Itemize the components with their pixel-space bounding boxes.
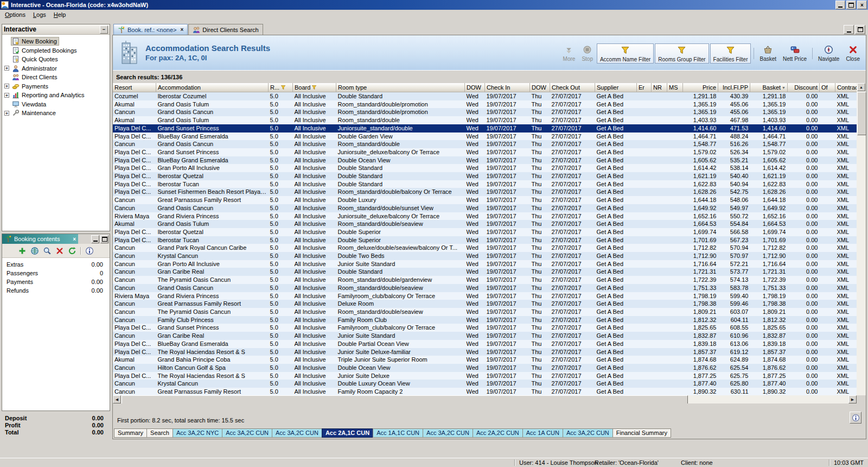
menu-options[interactable]: Options [1, 11, 29, 18]
bottom-tab-search[interactable]: Search [146, 428, 173, 438]
result-row[interactable]: Playa Del C...Grand Sunset Princess5.0Al… [113, 124, 857, 132]
sidebar-item-maintenance[interactable]: +Maintenance [2, 109, 110, 118]
expander-icon[interactable]: + [4, 111, 9, 116]
expander-icon[interactable]: + [4, 66, 9, 71]
expander-icon[interactable]: + [4, 93, 9, 98]
nett-price-button[interactable]: Nett Price [780, 43, 809, 64]
bottom-tab-acc-2a-2c-cun[interactable]: Acc 2A,2C CUN [473, 428, 523, 438]
column-header-dow[interactable]: DOW [530, 83, 550, 92]
result-row[interactable]: CancunKrystal Cancun5.0All InclusiveDoub… [113, 252, 857, 260]
rooms-group-filter-button[interactable]: Rooms Group Filter [655, 43, 709, 64]
result-row[interactable]: Playa Del C...Iberostar Quetzal5.0All In… [113, 228, 857, 236]
tab-direct-clients-search[interactable]: Direct Clients Search [188, 24, 263, 35]
column-header-board[interactable]: Board [293, 83, 336, 92]
column-header-nr[interactable]: NR [652, 83, 667, 92]
result-row[interactable]: CancunKrystal Cancun5.0All InclusiveDoub… [113, 380, 857, 388]
result-row[interactable]: Playa Del C...Iberostar Tucan5.0All Incl… [113, 180, 857, 188]
result-row[interactable]: CancunGreat Parnassus Family Resort5.0Al… [113, 196, 857, 204]
bottom-tab-financial-summary[interactable]: Financial Summary [612, 428, 671, 438]
vertical-scrollbar[interactable]: ▲ ▼ [857, 83, 866, 403]
bottom-tab-acc-3a-2c-cun[interactable]: Acc 3A,2C CUN [563, 428, 613, 438]
result-row[interactable]: CancunGrand Oasis Cancun5.0All Inclusive… [113, 140, 857, 148]
bottom-tab-acc-1a-1c-cun[interactable]: Acc 1A,1C CUN [373, 428, 423, 438]
scroll-right-icon[interactable]: ▶ [848, 395, 857, 403]
column-header-check-out[interactable]: Check Out [550, 83, 595, 92]
result-row[interactable]: Playa Del C...The Royal Haciendas Resort… [113, 372, 857, 380]
result-row[interactable]: Riviera MayaGrand Riviera Princess5.0All… [113, 292, 857, 300]
tab-book-ref-none[interactable]: Book. ref.: <none>× [113, 24, 188, 35]
panel-restore-button[interactable] [100, 235, 108, 243]
column-header-supplier[interactable]: Supplier [595, 83, 637, 92]
booking-row-passengers[interactable]: Passengers0 [2, 269, 110, 277]
result-row[interactable]: Playa Del C...Iberostar Quetzal5.0All In… [113, 172, 857, 180]
column-header-incl-fl-pp[interactable]: Incl.Fl.PP [718, 83, 750, 92]
column-header-price[interactable]: Price [683, 83, 718, 92]
result-row[interactable]: CancunGrand Oasis Cancun5.0All Inclusive… [113, 284, 857, 292]
result-row[interactable]: CancunGran Caribe Real5.0All InclusiveDo… [113, 268, 857, 276]
sidebar-item-quick-quotes[interactable]: +Quick Quotes [2, 55, 110, 64]
result-row[interactable]: CancunThe Pyramid Oasis Cancun5.0All Inc… [113, 308, 857, 316]
bottom-tab-acc-3a-2c-cun[interactable]: Acc 3A,2C CUN [272, 428, 322, 438]
more-button[interactable]: More [560, 43, 578, 64]
close-tab-icon[interactable]: × [181, 27, 184, 33]
result-row[interactable]: CancunFamily Club Princess5.0All Inclusi… [113, 316, 857, 324]
result-row[interactable]: Playa Del C...The Royal Haciendas Resort… [113, 348, 857, 356]
expander-icon[interactable]: + [4, 84, 9, 89]
result-row[interactable]: CancunGran Porto All Inclusive5.0All Inc… [113, 260, 857, 268]
sidebar-item-completed-bookings[interactable]: +Completed Bookings [2, 46, 110, 55]
stop-button[interactable]: Stop [579, 43, 596, 64]
result-row[interactable]: Playa Del C...BlueBay Grand Esmeralda5.0… [113, 156, 857, 165]
booking-row-payments[interactable]: Payments0.00 [2, 277, 110, 286]
result-row[interactable]: CancunGrand Oasis Cancun5.0All Inclusive… [113, 204, 857, 212]
result-row[interactable]: Playa Del C...Grand Sunset Princess5.0Al… [113, 148, 857, 156]
column-header-basket[interactable]: Basket▼ [750, 83, 788, 92]
collapse-panel-button[interactable]: − [100, 26, 108, 34]
result-row[interactable]: Playa Del C...BlueBay Grand Esmeralda5.0… [113, 132, 857, 141]
result-row[interactable]: CancunThe Pyramid Oasis Cancun5.0All Inc… [113, 276, 857, 284]
scroll-up-icon[interactable]: ▲ [857, 83, 865, 91]
result-row[interactable]: Riviera MayaGrand Riviera Princess5.0All… [113, 212, 857, 220]
sidebar-item-new-booking[interactable]: +New Booking [2, 37, 110, 46]
column-header-resort[interactable]: Resort [113, 83, 156, 92]
add-button[interactable] [18, 247, 27, 255]
mdi-restore-button[interactable] [855, 25, 865, 34]
sidebar-item-direct-clients[interactable]: +Direct Clients [2, 73, 110, 82]
sidebar-item-viewdata[interactable]: +Viewdata [2, 100, 110, 109]
result-row[interactable]: Playa Del C...BlueBay Grand Esmeralda5.0… [113, 340, 857, 348]
panel-minimize-button[interactable] [91, 235, 99, 243]
info-button[interactable] [85, 247, 94, 255]
navigate-button[interactable]: Navigate [815, 43, 842, 64]
column-header-check-in[interactable]: Check In [485, 83, 530, 92]
bottom-tab-summary[interactable]: Summary [114, 428, 147, 438]
mdi-minimize-button[interactable] [844, 25, 854, 34]
result-row[interactable]: Playa Del C...Sunset Fisherm­en Beach Re… [113, 188, 857, 196]
booking-contents-tab[interactable]: Booking contents × [2, 234, 78, 244]
minimize-button[interactable] [835, 1, 845, 9]
info-button[interactable] [850, 412, 861, 424]
result-row[interactable]: CancunHilton Cancun Golf & Spa5.0All Inc… [113, 364, 857, 372]
result-row[interactable]: CancunGrand Oasis Cancun5.0All Inclusive… [113, 108, 857, 116]
accomm-name-filter-button[interactable]: Accomm Name Filter [597, 43, 654, 64]
result-row[interactable]: Playa Del C...Iberostar Tucan5.0All Incl… [113, 236, 857, 244]
bottom-tab-acc-3a-2c-cun[interactable]: Acc 3A,2C CUN [222, 428, 272, 438]
result-row[interactable]: CancunGreat Parnassus Family Resort5.0Al… [113, 388, 857, 395]
column-header-of[interactable]: Of [820, 83, 835, 92]
menu-logs[interactable]: Logs [29, 11, 50, 18]
horizontal-scrollbar[interactable]: ◀ ▶ [113, 395, 857, 403]
result-row[interactable]: CozumelIberostar Cozumel5.0All Inclusive… [113, 92, 857, 100]
sidebar-item-payments[interactable]: +Payments [2, 82, 110, 91]
result-row[interactable]: CancunGran Caribe Real5.0All InclusiveJu… [113, 332, 857, 340]
bottom-tab-acc-2a-1c-cun[interactable]: Acc 2A,1C CUN [322, 428, 373, 438]
vertical-scroll-thumb[interactable] [857, 92, 866, 135]
bottom-tab-acc-3a-2c-cun[interactable]: Acc 3A,2C CUN [423, 428, 473, 438]
facilities-filter-button[interactable]: Facilities Filter [710, 43, 751, 64]
column-header-contract[interactable]: Contract [835, 83, 857, 92]
result-row[interactable]: CancunGrand Park Royal Cancun Caribe5.0A… [113, 244, 857, 252]
close-button[interactable]: Close [843, 43, 863, 64]
web-button[interactable] [30, 247, 39, 255]
result-row[interactable]: Playa Del C...Gran Porto All Inclusive5.… [113, 164, 857, 172]
menu-help[interactable]: Help [50, 11, 70, 18]
bottom-tab-acc-3a-2c-nyc[interactable]: Acc 3A,2C NYC [173, 428, 222, 438]
result-row[interactable]: AkumalGrand Oasis Tulum5.0All InclusiveR… [113, 116, 857, 124]
booking-row-extras[interactable]: Extras0.00 [2, 260, 110, 269]
